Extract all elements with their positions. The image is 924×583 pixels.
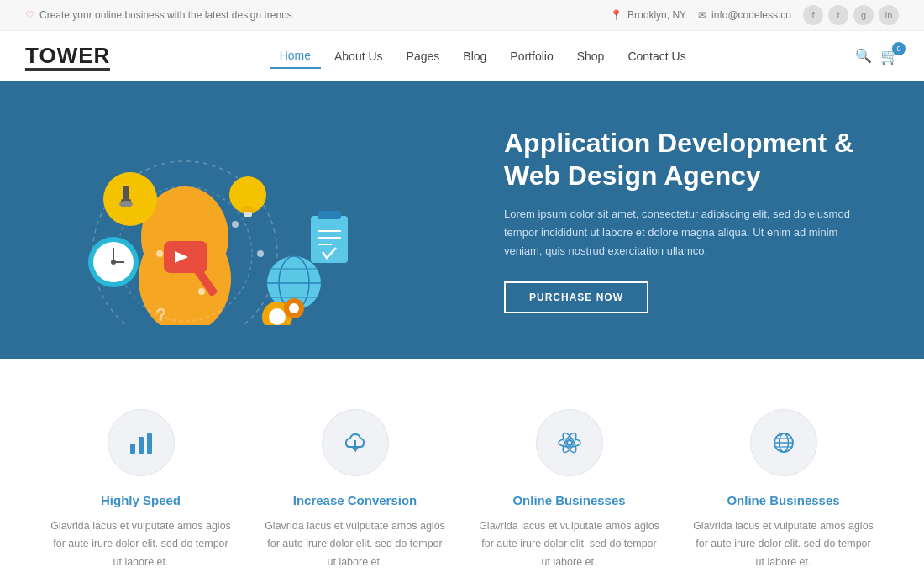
feature-item-3: Online Businesses Glavrida lacus et vulp…: [691, 409, 876, 571]
facebook-icon[interactable]: f: [803, 5, 823, 25]
svg-point-12: [119, 201, 133, 207]
cart-badge: 0: [892, 42, 906, 55]
purchase-button[interactable]: PURCHASE NOW: [504, 281, 648, 313]
hero-content: Application Development & Web Design Age…: [504, 127, 857, 313]
google-icon[interactable]: g: [853, 5, 874, 25]
nav-item-contact[interactable]: Contact Us: [617, 45, 696, 68]
site-logo[interactable]: TOWER: [25, 43, 110, 69]
feature-icon-circle-1: [322, 409, 389, 476]
feature-title-2: Online Businesses: [512, 493, 625, 507]
svg-point-26: [289, 303, 299, 313]
top-bar: ♡ Create your online business with the l…: [0, 0, 924, 31]
top-bar-tagline-area: ♡ Create your online business with the l…: [25, 9, 292, 21]
feature-icon-circle-0: [108, 409, 175, 476]
twitter-icon[interactable]: t: [828, 5, 848, 25]
search-button[interactable]: 🔍: [855, 48, 872, 64]
features-section: Highly Speed Glavrida lacus et vulputate…: [0, 359, 924, 583]
nav-item-portfolio[interactable]: Portfolio: [500, 45, 563, 68]
email-info: ✉ info@codeless.co: [698, 9, 791, 21]
social-icons-group: f t g in: [803, 5, 899, 25]
hero-title: Application Development & Web Design Age…: [504, 127, 857, 192]
cart-button[interactable]: 🛒 0: [880, 47, 899, 66]
globe-icon: [769, 428, 798, 457]
svg-point-8: [111, 260, 116, 265]
feature-desc-0: Glavrida lacus et vulputate amos agios f…: [49, 517, 234, 571]
location-icon: 📍: [610, 9, 622, 21]
atom-icon: [555, 428, 584, 457]
heart-icon: ♡: [25, 9, 34, 21]
linkedin-icon[interactable]: in: [879, 5, 899, 25]
feature-desc-1: Glavrida lacus et vulputate amos agios f…: [263, 517, 448, 571]
feature-title-0: Highly Speed: [101, 493, 181, 507]
nav-item-shop[interactable]: Shop: [567, 45, 615, 68]
svg-text:?: ?: [155, 304, 166, 325]
nav-item-pages[interactable]: Pages: [396, 45, 450, 68]
nav-item-home[interactable]: Home: [270, 44, 321, 69]
top-bar-tagline: Create your online business with the lat…: [39, 9, 292, 21]
feature-title-1: Increase Conversion: [293, 493, 417, 507]
location-text: Brooklyn, NY: [627, 9, 686, 21]
svg-point-37: [198, 288, 205, 295]
email-text: info@codeless.co: [711, 9, 791, 21]
nav-item-about[interactable]: About Us: [324, 45, 393, 68]
location-info: 📍 Brooklyn, NY: [610, 9, 686, 21]
email-icon: ✉: [698, 9, 706, 21]
hero-section: ? Application Development & Web Design A…: [0, 81, 924, 359]
feature-icon-circle-3: [750, 409, 817, 476]
hero-illustration: ?: [34, 115, 386, 325]
feature-desc-3: Glavrida lacus et vulputate amos agios f…: [691, 517, 876, 571]
nav-actions: 🔍 🛒 0: [855, 47, 899, 66]
svg-rect-17: [244, 212, 252, 217]
feature-item-0: Highly Speed Glavrida lacus et vulputate…: [49, 409, 234, 571]
svg-rect-40: [147, 433, 152, 454]
chart-icon: [127, 428, 155, 457]
svg-point-36: [257, 250, 264, 257]
svg-point-34: [156, 250, 163, 257]
header: TOWER Home About Us Pages Blog Portfolio…: [0, 31, 924, 81]
svg-rect-38: [130, 444, 135, 454]
cloud-icon: [341, 428, 370, 457]
feature-item-1: Increase Conversion Glavrida lacus et vu…: [263, 409, 448, 571]
nav-item-blog[interactable]: Blog: [453, 45, 496, 68]
svg-rect-39: [139, 437, 144, 454]
feature-item-2: Online Businesses Glavrida lacus et vulp…: [477, 409, 662, 571]
svg-point-35: [232, 221, 239, 228]
svg-point-24: [269, 308, 286, 325]
main-nav: Home About Us Pages Blog Portfolio Shop …: [270, 44, 696, 69]
svg-point-9: [103, 172, 157, 226]
feature-desc-2: Glavrida lacus et vulputate amos agios f…: [477, 517, 662, 571]
svg-rect-28: [318, 211, 341, 219]
hero-description: Lorem ipsum dolor sit amet, consectetur …: [504, 205, 857, 260]
top-bar-right-area: 📍 Brooklyn, NY ✉ info@codeless.co f t g …: [610, 5, 899, 25]
feature-icon-circle-2: [536, 409, 603, 476]
svg-point-41: [567, 440, 572, 445]
feature-title-3: Online Businesses: [727, 493, 839, 507]
